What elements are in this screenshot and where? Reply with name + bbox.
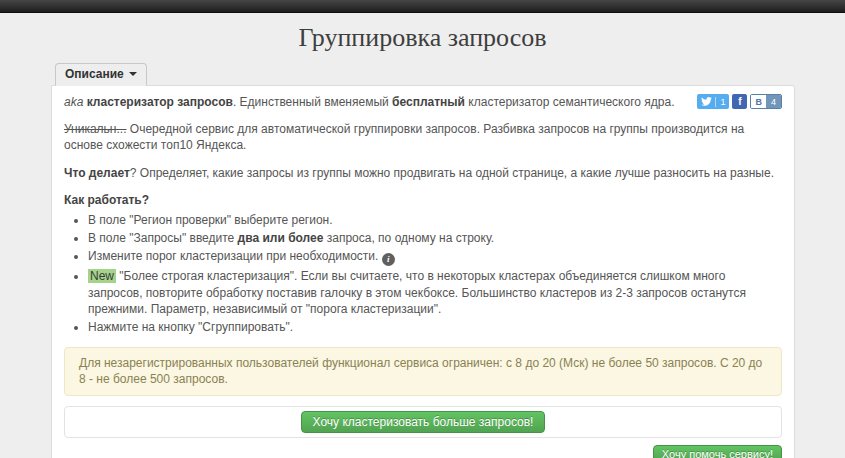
twitter-share-button[interactable]: 1 (697, 94, 729, 109)
cluster-more-button[interactable]: Хочу кластеризовать больше запросов! (301, 411, 546, 433)
vk-share-button[interactable]: В4 (750, 94, 782, 109)
step-queries-post: запроса, по одному на строку. (323, 231, 494, 245)
step-threshold-text: Измените порог кластеризации при необход… (88, 249, 382, 263)
info-icon[interactable]: i (382, 253, 395, 266)
tab-description-label: Описание (65, 67, 124, 81)
intro-tail: кластеризатор семантического ядра. (465, 95, 674, 109)
what-paragraph: Что делает? Определяет, какие запросы из… (64, 165, 782, 181)
top-navbar (0, 0, 845, 13)
chevron-down-icon (129, 72, 137, 76)
twitter-share-count: 1 (715, 97, 725, 107)
intro-mid: . Единственный вменяемый (233, 95, 392, 109)
help-service-button[interactable]: Хочу помочь сервису! (653, 445, 782, 458)
page-title: Группировка запросов (0, 23, 845, 53)
facebook-icon: f (738, 96, 741, 107)
step-region: В поле "Регион проверки" выберите регион… (88, 212, 782, 228)
intro-paragraph: aka кластеризатор запросов. Единственный… (64, 94, 782, 110)
how-title-text: Как работать? (64, 193, 149, 207)
social-share-bar: 1 f В4 (697, 94, 782, 109)
tab-description[interactable]: Описание (55, 63, 147, 86)
step-group-text: Нажмите на кнопку "Сгруппировать". (88, 320, 293, 334)
vk-icon: В (751, 95, 766, 108)
intro-aka: aka (64, 95, 87, 109)
what-bold: Что делает (64, 166, 130, 180)
what-text: ? Определяет, какие запросы из группы мо… (130, 166, 774, 180)
about-text: Очередной сервис для автоматической груп… (64, 122, 744, 152)
step-region-text: В поле "Регион проверки" выберите регион… (88, 213, 333, 227)
main-container: Описание 1 f В4 aka кластеризатор запрос… (51, 62, 795, 458)
help-service-row: Хочу помочь сервису! (64, 445, 782, 458)
step-queries: В поле "Запросы" введите два или более з… (88, 230, 782, 246)
step-queries-pre: В поле "Запросы" введите (88, 231, 238, 245)
step-group: Нажмите на кнопку "Сгруппировать". (88, 319, 782, 335)
step-strict-text: "Более строгая кластеризация". Если вы с… (88, 269, 746, 315)
step-queries-bold: два или более (238, 231, 324, 245)
limits-alert: Для незарегистрированных пользователей ф… (64, 347, 782, 396)
twitter-bird-icon (701, 97, 712, 106)
steps-list: В поле "Регион проверки" выберите регион… (88, 212, 782, 335)
intro-aka-bold: кластеризатор запросов (87, 95, 233, 109)
vk-share-count: 4 (766, 95, 781, 108)
about-strike: Уникальн... (64, 122, 126, 136)
how-title: Как работать? (64, 192, 782, 208)
new-badge: New (88, 269, 116, 283)
cluster-more-bar: Хочу кластеризовать больше запросов! (64, 406, 782, 438)
description-panel: 1 f В4 aka кластеризатор запросов. Единс… (51, 85, 795, 458)
step-threshold: Измените порог кластеризации при необход… (88, 248, 782, 266)
step-strict: New "Более строгая кластеризация". Если … (88, 268, 782, 317)
facebook-share-button[interactable]: f (732, 94, 747, 109)
about-paragraph: Уникальн... Очередной сервис для автомат… (64, 121, 782, 153)
intro-free-bold: бесплатный (392, 95, 465, 109)
